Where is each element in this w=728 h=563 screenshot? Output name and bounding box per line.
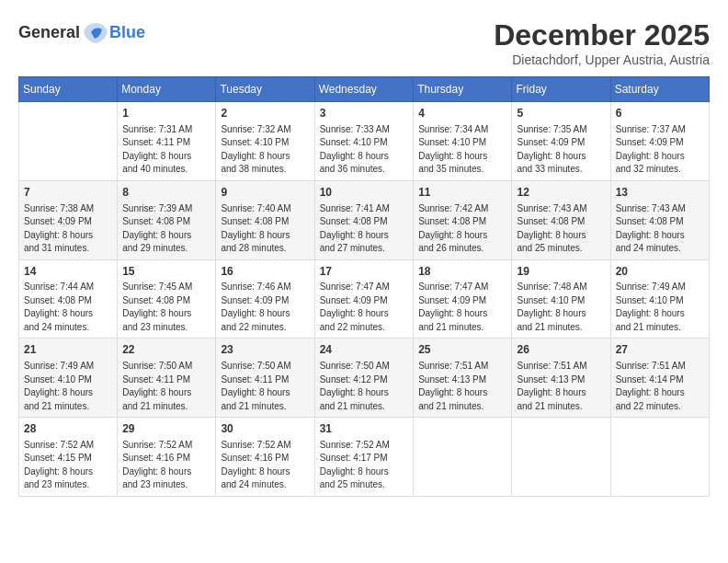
day-info: Sunrise: 7:51 AMSunset: 4:14 PMDaylight:… bbox=[616, 360, 704, 413]
day-info-line: Daylight: 8 hours bbox=[616, 307, 704, 321]
day-number: 31 bbox=[320, 421, 409, 437]
day-info: Sunrise: 7:45 AMSunset: 4:08 PMDaylight:… bbox=[122, 281, 210, 334]
day-info-line: Sunset: 4:09 PM bbox=[616, 136, 704, 150]
weekday-header: Sunday bbox=[19, 77, 118, 102]
day-info: Sunrise: 7:38 AMSunset: 4:09 PMDaylight:… bbox=[24, 202, 112, 256]
day-info-line: Sunrise: 7:48 AM bbox=[517, 281, 605, 294]
day-number: 22 bbox=[122, 342, 210, 358]
day-info-line: Daylight: 8 hours bbox=[320, 307, 409, 321]
day-info-line: Sunset: 4:09 PM bbox=[517, 136, 605, 150]
day-info-line: and 40 minutes. bbox=[122, 163, 210, 177]
day-info-line: Daylight: 8 hours bbox=[320, 229, 409, 243]
day-info: Sunrise: 7:49 AMSunset: 4:10 PMDaylight:… bbox=[24, 360, 112, 413]
day-info: Sunrise: 7:43 AMSunset: 4:08 PMDaylight:… bbox=[616, 202, 704, 256]
day-info-line: Sunset: 4:08 PM bbox=[122, 294, 210, 308]
day-info-line: Daylight: 8 hours bbox=[418, 229, 506, 243]
day-info-line: Sunset: 4:09 PM bbox=[418, 294, 506, 308]
day-info-line: Sunrise: 7:34 AM bbox=[418, 123, 506, 137]
day-info: Sunrise: 7:33 AMSunset: 4:10 PMDaylight:… bbox=[320, 123, 409, 177]
day-info-line: and 22 minutes. bbox=[320, 321, 409, 335]
calendar-cell: 26Sunrise: 7:51 AMSunset: 4:13 PMDayligh… bbox=[512, 339, 610, 418]
day-number: 17 bbox=[320, 264, 409, 280]
calendar-cell bbox=[512, 418, 610, 497]
day-number: 7 bbox=[24, 185, 112, 201]
day-info-line: Daylight: 8 hours bbox=[418, 386, 506, 400]
day-info-line: Sunrise: 7:33 AM bbox=[320, 123, 409, 137]
day-info-line: Sunrise: 7:50 AM bbox=[320, 360, 409, 373]
day-number: 12 bbox=[517, 185, 605, 201]
day-info-line: Sunset: 4:10 PM bbox=[616, 294, 704, 308]
day-info-line: Daylight: 8 hours bbox=[517, 150, 605, 164]
day-number: 28 bbox=[24, 421, 112, 437]
day-info-line: Sunrise: 7:47 AM bbox=[418, 281, 506, 294]
day-number: 10 bbox=[320, 185, 409, 201]
day-info-line: and 38 minutes. bbox=[221, 163, 309, 177]
calendar-cell: 13Sunrise: 7:43 AMSunset: 4:08 PMDayligh… bbox=[610, 180, 709, 259]
day-info-line: Sunrise: 7:47 AM bbox=[320, 281, 409, 294]
calendar-week-row: 7Sunrise: 7:38 AMSunset: 4:09 PMDaylight… bbox=[19, 180, 710, 259]
calendar-cell: 21Sunrise: 7:49 AMSunset: 4:10 PMDayligh… bbox=[19, 339, 118, 418]
day-info: Sunrise: 7:49 AMSunset: 4:10 PMDaylight:… bbox=[616, 281, 704, 334]
day-info-line: Sunrise: 7:52 AM bbox=[221, 439, 309, 453]
day-number: 11 bbox=[418, 185, 506, 201]
calendar-cell: 29Sunrise: 7:52 AMSunset: 4:16 PMDayligh… bbox=[118, 418, 216, 497]
calendar-cell: 4Sunrise: 7:34 AMSunset: 4:10 PMDaylight… bbox=[414, 102, 512, 181]
day-info-line: and 22 minutes. bbox=[616, 400, 704, 414]
day-info-line: and 23 minutes. bbox=[24, 478, 112, 492]
day-number: 30 bbox=[221, 421, 309, 437]
day-info-line: Daylight: 8 hours bbox=[221, 386, 309, 400]
day-info-line: and 24 minutes. bbox=[24, 321, 112, 335]
calendar-cell bbox=[19, 102, 118, 181]
day-info-line: Sunset: 4:13 PM bbox=[517, 373, 605, 387]
day-info-line: Sunset: 4:10 PM bbox=[24, 373, 112, 387]
day-number: 8 bbox=[122, 185, 210, 201]
calendar-cell bbox=[414, 418, 512, 497]
calendar-week-row: 21Sunrise: 7:49 AMSunset: 4:10 PMDayligh… bbox=[19, 339, 710, 418]
weekday-header: Tuesday bbox=[216, 77, 314, 102]
calendar-cell: 1Sunrise: 7:31 AMSunset: 4:11 PMDaylight… bbox=[118, 102, 216, 181]
day-info: Sunrise: 7:52 AMSunset: 4:16 PMDaylight:… bbox=[122, 439, 210, 492]
day-info-line: Sunset: 4:10 PM bbox=[221, 136, 309, 150]
day-number: 18 bbox=[418, 264, 506, 280]
calendar-week-row: 28Sunrise: 7:52 AMSunset: 4:15 PMDayligh… bbox=[19, 418, 710, 497]
day-info-line: Sunset: 4:11 PM bbox=[122, 373, 210, 387]
day-info-line: and 21 minutes. bbox=[616, 321, 704, 335]
day-info-line: Daylight: 8 hours bbox=[517, 386, 605, 400]
day-info-line: and 21 minutes. bbox=[418, 400, 506, 414]
weekday-header: Friday bbox=[512, 77, 610, 102]
day-info-line: Daylight: 8 hours bbox=[221, 307, 309, 321]
logo: General Blue bbox=[18, 18, 145, 46]
calendar-cell: 2Sunrise: 7:32 AMSunset: 4:10 PMDaylight… bbox=[216, 102, 314, 181]
day-info-line: and 36 minutes. bbox=[320, 163, 409, 177]
weekday-header: Thursday bbox=[414, 77, 512, 102]
day-number: 5 bbox=[517, 106, 605, 121]
day-info-line: Sunset: 4:12 PM bbox=[320, 373, 409, 387]
day-info-line: and 33 minutes. bbox=[517, 163, 605, 177]
day-info-line: Sunset: 4:09 PM bbox=[24, 215, 112, 229]
day-info-line: Sunrise: 7:51 AM bbox=[616, 360, 704, 373]
day-info-line: Daylight: 8 hours bbox=[122, 465, 210, 479]
day-info: Sunrise: 7:42 AMSunset: 4:08 PMDaylight:… bbox=[418, 202, 506, 256]
day-info-line: Sunrise: 7:32 AM bbox=[221, 123, 309, 137]
day-info-line: Daylight: 8 hours bbox=[616, 386, 704, 400]
day-info-line: Sunset: 4:11 PM bbox=[221, 373, 309, 387]
day-info-line: Sunset: 4:08 PM bbox=[221, 215, 309, 229]
calendar-cell: 31Sunrise: 7:52 AMSunset: 4:17 PMDayligh… bbox=[314, 418, 414, 497]
day-info-line: Sunset: 4:08 PM bbox=[122, 215, 210, 229]
day-info-line: and 23 minutes. bbox=[122, 478, 210, 492]
day-info-line: and 28 minutes. bbox=[221, 242, 309, 256]
day-number: 6 bbox=[616, 106, 704, 121]
day-info-line: Sunset: 4:09 PM bbox=[221, 294, 309, 308]
day-info-line: Sunset: 4:10 PM bbox=[418, 136, 506, 150]
day-info: Sunrise: 7:46 AMSunset: 4:09 PMDaylight:… bbox=[221, 281, 309, 334]
day-number: 14 bbox=[24, 264, 112, 280]
day-info-line: Daylight: 8 hours bbox=[122, 150, 210, 164]
calendar-cell: 11Sunrise: 7:42 AMSunset: 4:08 PMDayligh… bbox=[414, 180, 512, 259]
calendar-cell: 20Sunrise: 7:49 AMSunset: 4:10 PMDayligh… bbox=[610, 259, 709, 339]
day-info-line: Daylight: 8 hours bbox=[122, 386, 210, 400]
day-info-line: Daylight: 8 hours bbox=[122, 229, 210, 243]
day-info-line: and 24 minutes. bbox=[616, 242, 704, 256]
page-header: General Blue December 2025 Dietachdorf, … bbox=[18, 18, 710, 67]
day-info: Sunrise: 7:34 AMSunset: 4:10 PMDaylight:… bbox=[418, 123, 506, 177]
day-info-line: Sunrise: 7:49 AM bbox=[616, 281, 704, 294]
